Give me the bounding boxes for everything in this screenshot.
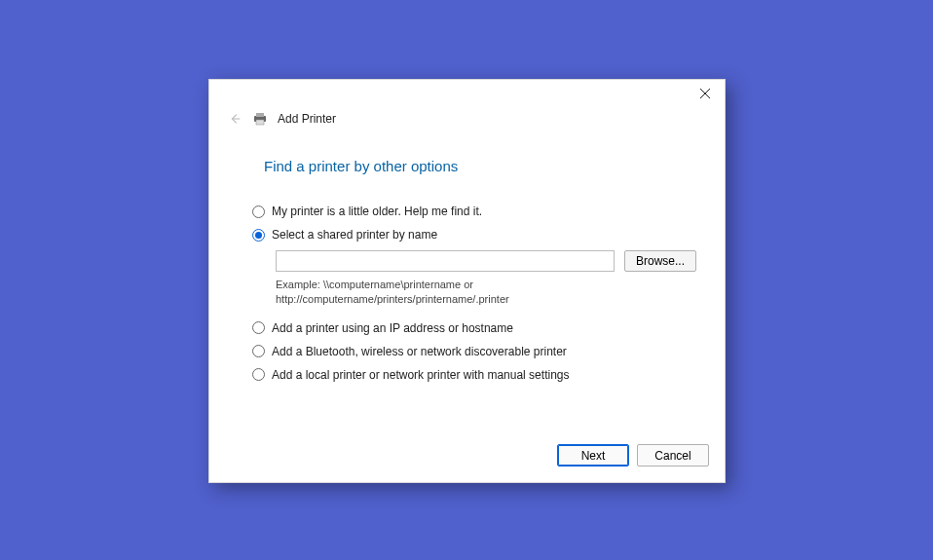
option-label: Add a Bluetooth, wireless or network dis… bbox=[272, 345, 567, 358]
browse-button[interactable]: Browse... bbox=[624, 250, 696, 272]
options-group: My printer is a little older. Help me fi… bbox=[209, 200, 725, 387]
option-label: Select a shared printer by name bbox=[272, 228, 437, 242]
radio-icon bbox=[252, 321, 265, 334]
option-ip-hostname[interactable]: Add a printer using an IP address or hos… bbox=[252, 317, 725, 340]
printer-icon bbox=[252, 112, 268, 126]
printer-path-input[interactable] bbox=[276, 250, 615, 272]
add-printer-dialog: Add Printer Find a printer by other opti… bbox=[208, 79, 726, 483]
close-icon bbox=[700, 89, 710, 98]
option-label: Add a local printer or network printer w… bbox=[272, 368, 569, 382]
shared-printer-subblock: Browse... Example: \\computername\printe… bbox=[252, 246, 725, 317]
page-title: Find a printer by other options bbox=[209, 129, 725, 200]
cancel-button[interactable]: Cancel bbox=[637, 444, 709, 467]
header-row: Add Printer bbox=[209, 109, 725, 129]
example-text: Example: \\computername\printername or h… bbox=[276, 272, 568, 307]
radio-icon bbox=[252, 345, 265, 357]
radio-icon bbox=[252, 229, 265, 242]
option-label: Add a printer using an IP address or hos… bbox=[272, 321, 513, 335]
input-row: Browse... bbox=[276, 250, 725, 272]
option-label: My printer is a little older. Help me fi… bbox=[272, 205, 482, 218]
arrow-left-icon bbox=[228, 112, 242, 126]
option-shared-by-name[interactable]: Select a shared printer by name bbox=[252, 223, 725, 246]
dialog-footer: Next Cancel bbox=[557, 444, 709, 467]
radio-icon bbox=[252, 205, 265, 218]
back-button[interactable] bbox=[227, 111, 243, 127]
titlebar bbox=[209, 80, 725, 109]
next-button[interactable]: Next bbox=[557, 444, 629, 467]
close-button[interactable] bbox=[686, 80, 725, 107]
svg-rect-4 bbox=[256, 113, 264, 117]
option-bluetooth-wireless[interactable]: Add a Bluetooth, wireless or network dis… bbox=[252, 340, 725, 363]
window-title: Add Printer bbox=[278, 112, 336, 126]
option-local-manual[interactable]: Add a local printer or network printer w… bbox=[252, 363, 725, 387]
option-older-printer[interactable]: My printer is a little older. Help me fi… bbox=[252, 200, 725, 223]
svg-rect-5 bbox=[256, 120, 264, 125]
radio-icon bbox=[252, 368, 265, 381]
